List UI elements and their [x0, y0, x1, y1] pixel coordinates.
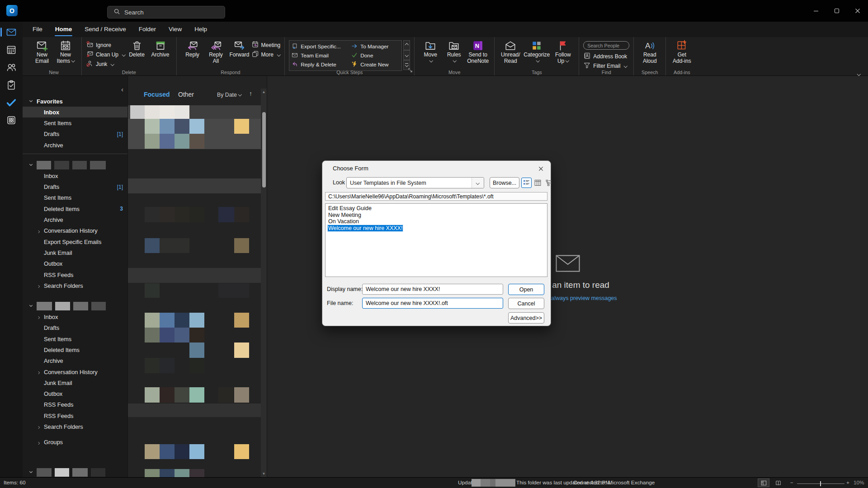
sidebar-item-conversation-history[interactable]: Conversation History [23, 366, 127, 377]
sidebar-item-drafts[interactable]: Drafts[1] [23, 181, 127, 192]
done-quick-step[interactable]: Done [351, 51, 399, 60]
folder-section-header[interactable] [23, 467, 127, 477]
list-view-button[interactable] [521, 178, 532, 188]
message-list-scrollbar[interactable]: ▲ ▼ [261, 89, 267, 477]
sidebar-item-inbox[interactable]: Inbox [23, 311, 127, 322]
file-name-input[interactable]: Welcome our new hire XXXX!.oft [362, 298, 503, 309]
template-item[interactable]: On Vacation [326, 218, 547, 225]
sidebar-item-rss-feeds[interactable]: RSS Feeds [23, 269, 127, 280]
close-button[interactable] [847, 0, 868, 22]
folder-section-header[interactable]: Favorites [23, 96, 127, 107]
send-to-onenote-button[interactable]: NSend toOneNote [466, 38, 490, 65]
scroll-down-icon[interactable]: ▼ [261, 472, 267, 476]
open-button[interactable]: Open [508, 284, 544, 295]
zoom-in-button[interactable]: + [846, 479, 849, 486]
more-button[interactable]: More [251, 50, 281, 59]
tab-home[interactable]: Home [49, 22, 79, 37]
nav-people-button[interactable] [5, 61, 17, 73]
unread-read-button[interactable]: Unread/Read [499, 38, 522, 65]
details-view-button[interactable] [533, 178, 543, 188]
sidebar-item-junk-email[interactable]: Junk Email [23, 247, 127, 258]
tab-help[interactable]: Help [188, 22, 213, 37]
reading-view-button[interactable] [772, 479, 784, 487]
sidebar-item-inbox[interactable]: Inbox [23, 170, 127, 181]
advanced-button[interactable]: Advanced>> [508, 312, 544, 324]
sidebar-item-drafts[interactable]: Drafts[1] [23, 129, 127, 140]
create-new-quick-step[interactable]: Create New [351, 60, 399, 69]
sidebar-item-sent-items[interactable]: Sent Items [23, 192, 127, 203]
sidebar-item-search-folders[interactable]: Search Folders [23, 421, 127, 432]
tab-file[interactable]: File [26, 22, 49, 37]
cancel-button[interactable]: Cancel [508, 298, 544, 309]
scroll-down-button[interactable] [403, 50, 410, 60]
new-email-button[interactable]: NewEmail [30, 38, 54, 65]
nav-tasks-button[interactable] [5, 79, 17, 91]
normal-view-button[interactable] [758, 479, 769, 487]
reply-all-button[interactable]: ReplyAll [204, 38, 228, 65]
categorize-button[interactable]: Categorize [522, 38, 551, 65]
reply-delete-quick-step[interactable]: Reply & Delete [292, 60, 351, 69]
sidebar-item-deleted-items[interactable]: Deleted Items [23, 344, 127, 355]
sidebar-item-search-folders[interactable]: Search Folders [23, 280, 127, 291]
team-email-quick-step[interactable]: Team Email [292, 51, 351, 60]
meeting-button[interactable]: Meeting [251, 41, 281, 49]
ignore-button[interactable]: Ignore [86, 41, 125, 49]
sidebar-item-sent-items[interactable]: Sent Items [23, 333, 127, 344]
scroll-up-icon[interactable]: ▲ [261, 90, 267, 94]
nav-to-do-button[interactable] [5, 97, 17, 108]
export-specific-quick-step[interactable]: Export Specific... [292, 42, 351, 51]
tab-view[interactable]: View [162, 22, 188, 37]
sidebar-item-inbox[interactable]: Inbox [23, 107, 127, 117]
folder-section-header[interactable] [23, 160, 127, 170]
template-item[interactable]: New Meeting [326, 212, 547, 219]
tab-folder[interactable]: Folder [132, 22, 162, 37]
search-people-input[interactable]: Search People [583, 41, 629, 50]
sidebar-item-archive[interactable]: Archive [23, 356, 127, 366]
template-item[interactable]: Welcome our new hire XXXX! [326, 225, 547, 232]
zoom-slider-thumb[interactable] [820, 481, 821, 486]
read-aloud-button[interactable]: AReadAloud [638, 38, 661, 65]
clean-up-button[interactable]: Clean Up [86, 50, 125, 59]
sort-by-dropdown[interactable]: By Date [217, 92, 241, 98]
sidebar-item-conversation-history[interactable]: Conversation History [23, 225, 127, 236]
nav-calendar-button[interactable] [5, 44, 17, 56]
display-name-input[interactable]: Welcome our new hire XXXX! [362, 284, 503, 295]
maximize-button[interactable] [826, 0, 847, 22]
get-add-ins-button[interactable]: GetAdd-ins [670, 38, 693, 65]
sort-direction-button[interactable]: ↑ [249, 90, 252, 97]
reply-button[interactable]: Reply [181, 38, 204, 59]
new-items-button[interactable]: NewItems [54, 38, 77, 65]
tab-focused[interactable]: Focused [144, 91, 170, 98]
sidebar-item-deleted-items[interactable]: Deleted Items3 [23, 203, 127, 214]
sidebar-item-rss-feeds[interactable]: RSS Feeds [23, 410, 127, 421]
tree-view-button[interactable] [544, 178, 554, 188]
archive-button[interactable]: Archive [149, 38, 172, 59]
sidebar-item-archive[interactable]: Archive [23, 214, 127, 225]
to-manager-quick-step[interactable]: To Manager [351, 42, 399, 51]
move-button[interactable]: Move [419, 38, 442, 65]
follow-up-button[interactable]: FollowUp [551, 38, 575, 65]
sidebar-item-junk-email[interactable]: Junk Email [23, 377, 127, 388]
template-file-list[interactable]: Edit Essay GuideNew MeetingOn VacationWe… [325, 203, 547, 277]
filter-email-button[interactable]: Filter Email [583, 61, 629, 70]
sidebar-item-outbox[interactable]: Outbox [23, 258, 127, 269]
minimize-folder-pane-button[interactable]: ‹ [121, 86, 123, 93]
template-item[interactable]: Edit Essay Guide [326, 205, 547, 212]
rules-button[interactable]: Rules [442, 38, 466, 65]
browse-button[interactable]: Browse... [490, 177, 519, 188]
tab-other[interactable]: Other [178, 91, 194, 98]
scroll-up-button[interactable] [403, 40, 410, 50]
look-in-dropdown[interactable]: User Templates in File System [346, 177, 484, 188]
tab-send-receive[interactable]: Send / Receive [78, 22, 132, 37]
forward-button[interactable]: Forward [228, 38, 251, 59]
search-bar[interactable]: Search [107, 6, 225, 19]
nav-mail-button[interactable] [5, 26, 17, 38]
sidebar-item-archive[interactable]: Archive [23, 140, 127, 150]
minimize-button[interactable] [806, 0, 826, 22]
chevron-down-icon[interactable] [472, 178, 484, 188]
junk-button[interactable]: Junk [86, 60, 125, 68]
delete-button[interactable]: Delete [125, 38, 149, 59]
sidebar-item-groups[interactable]: Groups [23, 437, 127, 448]
sidebar-item-sent-items[interactable]: Sent Items [23, 117, 127, 128]
sidebar-item-outbox[interactable]: Outbox [23, 389, 127, 399]
